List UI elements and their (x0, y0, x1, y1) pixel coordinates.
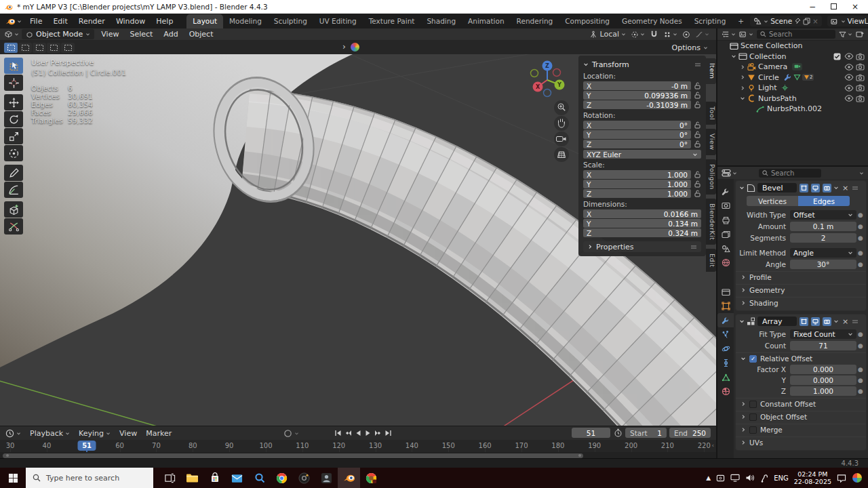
expander-icon[interactable] (738, 96, 746, 101)
modifier-display-toggle-0[interactable] (800, 184, 808, 192)
select-mode-4[interactable] (61, 43, 75, 53)
badge-modifier-icon[interactable] (784, 73, 792, 81)
taskbar-app-store[interactable] (203, 468, 226, 488)
properties-tab-collection[interactable] (717, 285, 734, 299)
expander-icon[interactable] (738, 85, 746, 91)
n-panel-tab-blenderkit[interactable]: BlenderKit (706, 199, 716, 245)
properties-tab-data[interactable] (717, 370, 734, 384)
jump-start-button[interactable] (334, 429, 342, 437)
workspace-tab-animation[interactable]: Animation (462, 14, 511, 28)
outliner-row-camera[interactable]: Camera (717, 62, 868, 73)
badge-camera-data-icon[interactable] (792, 62, 802, 71)
workspace-tab-shading[interactable]: Shading (420, 14, 462, 28)
minimize-button[interactable]: − (809, 3, 816, 11)
n-panel-tab-item[interactable]: Item (706, 58, 716, 84)
volume-icon[interactable] (745, 474, 755, 482)
tool-move[interactable] (4, 94, 23, 110)
lock-icon[interactable] (694, 180, 701, 188)
outliner-row-scene-collection[interactable]: Scene Collection (717, 41, 868, 52)
workspace-tab-sculpting[interactable]: Sculpting (268, 14, 313, 28)
workspace-tab-rendering[interactable]: Rendering (511, 14, 559, 28)
auto-keying-toggle[interactable] (283, 429, 299, 438)
connection-icon[interactable] (760, 474, 768, 483)
workspace-tab-uv-editing[interactable]: UV Editing (313, 14, 363, 28)
outliner-row-light[interactable]: Light (717, 83, 868, 94)
timeline-menu-view[interactable]: View (119, 429, 137, 438)
modifier-display-toggle-1[interactable] (811, 317, 820, 326)
maximize-button[interactable] (831, 3, 837, 11)
expander-icon[interactable] (738, 64, 746, 70)
segment-edges[interactable]: Edges (798, 196, 850, 206)
outliner-row-collection[interactable]: Collection (717, 52, 868, 62)
relative-offset-factor-x-field[interactable]: 0.000 (790, 365, 856, 374)
location-x-field[interactable]: X-0 m (583, 81, 691, 90)
tool-rotate[interactable] (4, 111, 23, 127)
subpanel-merge[interactable]: Merge (736, 424, 866, 435)
play-button[interactable] (364, 429, 372, 437)
outliner-row-circle[interactable]: Circle 2 (717, 73, 868, 83)
tool-select-box[interactable] (4, 58, 23, 74)
mode-dropdown[interactable]: Object Mode (22, 29, 94, 39)
snap-settings-dropdown[interactable] (663, 30, 677, 39)
properties-tab-render[interactable] (717, 199, 734, 213)
angle-field[interactable]: 30° (790, 260, 856, 269)
new-collection-button[interactable] (856, 30, 864, 38)
workspace-tab-modeling[interactable]: Modeling (223, 14, 268, 28)
taskbar-app-task-view[interactable] (159, 468, 181, 488)
viewport-menu-object[interactable]: Object (185, 30, 218, 39)
badge-instances-icon[interactable]: 2 (802, 73, 814, 82)
weather-widget-icon[interactable] (852, 472, 863, 483)
options-dropdown[interactable]: Options (672, 43, 712, 52)
relative-offset-z-field[interactable]: 1.000 (790, 386, 856, 396)
workspace-tab-scripting[interactable]: Scripting (688, 14, 732, 28)
taskbar-search-input[interactable]: Type here to search (26, 468, 153, 488)
modifier-delete-button[interactable]: × (841, 317, 850, 326)
taskbar-app-browser-profile[interactable] (360, 468, 382, 488)
hide-eye-icon[interactable] (844, 63, 854, 71)
properties-tab-particles[interactable] (717, 327, 734, 342)
timeline-editor-type-button[interactable] (5, 429, 21, 438)
viewport-menu-select[interactable]: Select (125, 30, 157, 39)
scene-selector[interactable]: Scene × (750, 16, 821, 26)
outliner-display-dropdown[interactable] (739, 30, 753, 38)
limit-method-dropdown[interactable]: Angle (790, 248, 856, 258)
menu-edit[interactable]: Edit (47, 17, 73, 26)
scale-z-field[interactable]: Z1.000 (583, 189, 691, 198)
playhead[interactable]: 51 (78, 441, 96, 451)
lock-icon[interactable] (694, 190, 701, 197)
display-icon[interactable] (730, 474, 740, 482)
lock-icon[interactable] (694, 82, 701, 89)
taskbar-app-chrome[interactable] (271, 468, 293, 488)
select-mode-1[interactable] (18, 43, 32, 53)
expander-icon[interactable] (730, 54, 737, 59)
modifier-name-field[interactable]: Bevel (757, 183, 797, 192)
location-y-field[interactable]: Y0.099336 m (583, 91, 691, 100)
viewport-3d[interactable]: Z X Y Object ModeViewSelectAddObject Loc… (0, 28, 716, 426)
hide-eye-icon[interactable] (844, 52, 854, 60)
properties-tab-tool[interactable] (717, 184, 734, 199)
properties-editor-type-button[interactable] (722, 169, 737, 177)
dimensions-z-field[interactable]: Z0.324 m (583, 228, 701, 237)
rotation-mode-dropdown[interactable]: XYZ Euler (583, 150, 701, 159)
tool-cursor[interactable] (4, 75, 23, 91)
scale-y-field[interactable]: Y1.000 (583, 180, 691, 188)
timeline-menu-playback[interactable]: Playback (30, 429, 70, 438)
outliner-row-nurbspath-002[interactable]: NurbsPath.002 (717, 104, 868, 115)
timeline-menu-keying[interactable]: Keying (79, 429, 111, 438)
outliner-row-nurbspath[interactable]: NurbsPath (717, 94, 868, 104)
stopwatch-icon[interactable] (614, 428, 623, 437)
modifier-display-toggle-2[interactable] (823, 184, 831, 192)
modifier-name-field[interactable]: Array (757, 317, 797, 326)
collection-checkbox[interactable] (833, 53, 841, 60)
select-mode-0[interactable] (4, 43, 18, 53)
subpanel-shading[interactable]: Shading (736, 297, 866, 308)
subpanel-geometry[interactable]: Geometry (736, 284, 866, 296)
redo-panel-toggle[interactable]: › (342, 42, 359, 52)
location-z-field[interactable]: Z-0.31039 m (583, 100, 691, 109)
viewlayer-selector[interactable]: ViewLayer × (827, 16, 868, 26)
taskbar-app-file-explorer[interactable] (181, 468, 203, 488)
lock-icon[interactable] (694, 101, 701, 108)
lock-icon[interactable] (694, 92, 701, 99)
dimensions-y-field[interactable]: Y0.134 m (583, 219, 701, 228)
properties-subpanel[interactable]: Properties (583, 241, 701, 252)
